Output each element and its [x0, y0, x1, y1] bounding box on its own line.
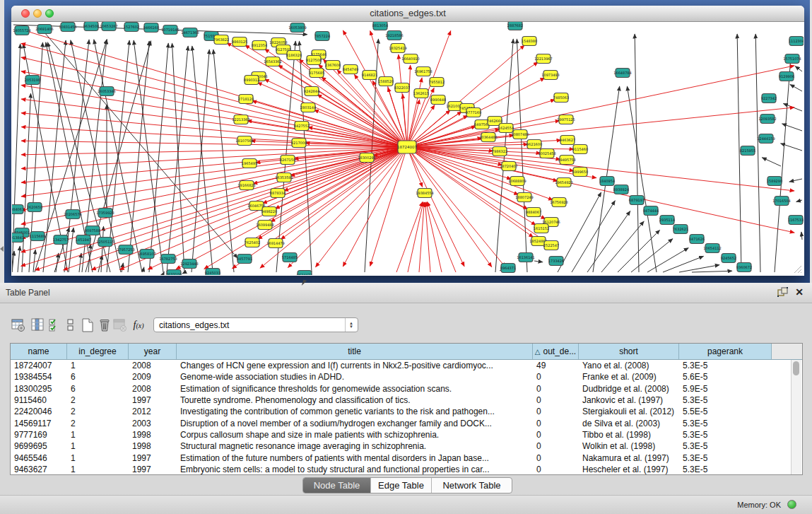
graph-node[interactable]: 8912354 [252, 41, 267, 50]
graph-node[interactable]: 2053190 [25, 76, 40, 85]
table-row[interactable]: 1872400712008Changes of HCN gene express… [11, 360, 802, 371]
graph-node[interactable]: 8186328 [286, 51, 302, 60]
graph-node[interactable]: 1840954 [599, 177, 615, 186]
citation-graph[interactable]: 1405572420691406108314569634508106532871… [12, 22, 804, 275]
table-select-dropdown[interactable]: citations_edges.txt ▲▼ [153, 317, 358, 332]
graph-node[interactable]: 16353591 [275, 173, 293, 182]
graph-node[interactable]: 20206576 [64, 210, 81, 219]
graph-node[interactable]: 12093582 [758, 115, 776, 124]
graph-node[interactable]: 14055724 [13, 26, 30, 35]
graph-node[interactable]: 2522547 [543, 241, 559, 250]
graph-node[interactable]: 8813054 [372, 22, 388, 30]
close-panel-icon[interactable]: ✕ [795, 286, 804, 298]
graph-node[interactable]: 9884067 [526, 208, 541, 217]
graph-node[interactable]: 1112304 [789, 37, 804, 46]
graph-node[interactable]: 9115460 [572, 145, 588, 154]
graph-node[interactable]: 10654112 [703, 244, 721, 253]
column-header-indegree[interactable]: in_degree [67, 344, 129, 359]
graph-node[interactable]: 8427552 [294, 122, 310, 131]
function-builder-icon[interactable]: f(x) [130, 317, 147, 334]
graph-node[interactable]: 16640910 [401, 54, 419, 64]
graph-node[interactable]: 1451947 [76, 235, 91, 245]
graph-node[interactable]: 5716485 [282, 253, 298, 262]
graph-node[interactable]: 14671368 [181, 28, 199, 37]
graph-node[interactable]: 18724007 [397, 141, 417, 153]
graph-node[interactable]: 20364486 [479, 133, 497, 142]
column-header-pagerank[interactable]: pagerank [679, 344, 772, 359]
graph-node[interactable]: 18325419 [389, 44, 406, 53]
graph-node[interactable]: 6879197 [629, 196, 645, 205]
graph-node[interactable]: 16136141 [517, 253, 534, 262]
graph-node[interactable]: 10831456 [59, 23, 76, 32]
graph-node[interactable]: 1342757 [53, 235, 69, 245]
graph-node[interactable]: 2620650 [27, 203, 42, 212]
graph-node[interactable]: 16782753 [159, 255, 177, 264]
table-row[interactable]: 977716911998Corpus callosum shape and si… [11, 429, 802, 440]
graph-node[interactable]: 18720407 [500, 162, 517, 171]
graph-node[interactable]: 7986322 [492, 147, 507, 156]
graph-node[interactable]: 10688809 [508, 177, 526, 186]
graph-node[interactable]: 16756928 [550, 198, 567, 207]
panel-collapse-arrow-icon[interactable] [0, 246, 4, 252]
graph-node[interactable]: 12213967 [534, 54, 552, 64]
select-rows-icon[interactable] [47, 317, 64, 334]
graph-node[interactable]: 2367608 [325, 61, 341, 70]
graph-node[interactable]: 9245033 [205, 269, 220, 276]
graph-node[interactable]: 1624554 [498, 124, 514, 133]
graph-node[interactable]: 7633100 [166, 270, 182, 276]
graph-node[interactable]: 16099488 [256, 221, 273, 230]
delete-table-icon[interactable] [112, 317, 129, 334]
graph-node[interactable]: 7857224 [314, 32, 330, 41]
graph-node[interactable]: 16914479 [266, 239, 284, 248]
graph-node[interactable]: 7963822 [213, 35, 229, 45]
graph-node[interactable]: 10653287 [100, 22, 117, 31]
graph-node[interactable]: 1589290 [767, 177, 782, 186]
graph-node[interactable]: 12213363 [232, 115, 249, 124]
graph-node[interactable]: 1588520 [378, 77, 394, 86]
graph-node[interactable]: 19495758 [558, 156, 575, 165]
graph-node[interactable]: 17957253 [117, 245, 134, 255]
graph-node[interactable]: 9466160 [143, 23, 159, 33]
graph-node[interactable]: 9457791 [237, 255, 252, 264]
graph-node[interactable]: 9860125 [232, 37, 247, 47]
table-row[interactable]: 946554611997Estimation of the future num… [11, 452, 802, 463]
graph-node[interactable]: 9621600 [526, 140, 542, 149]
graph-node[interactable]: 9227342 [761, 94, 777, 103]
graph-node[interactable]: 16053809 [288, 23, 306, 33]
show-columns-icon[interactable] [30, 317, 47, 334]
graph-node[interactable]: 8454749 [343, 65, 358, 74]
graph-node[interactable]: 9146821 [362, 71, 377, 80]
graph-node[interactable]: 18807249 [515, 193, 533, 202]
table-scrollbar[interactable] [791, 360, 801, 474]
graph-node[interactable]: 10973493 [541, 71, 559, 80]
graph-node[interactable]: 6999650 [572, 168, 588, 177]
graph-node[interactable]: 10719145 [161, 25, 179, 35]
graph-node[interactable]: 10025458 [538, 149, 555, 158]
graph-node[interactable]: 9498220 [261, 207, 277, 216]
graph-node[interactable]: 1527602 [124, 23, 139, 32]
graph-node[interactable]: 2718120 [238, 95, 254, 104]
table-row[interactable]: 969969511998Structural magnetic resonanc… [11, 440, 802, 452]
new-table-icon[interactable] [79, 317, 96, 334]
column-header-title[interactable]: title [177, 344, 533, 359]
graph-node[interactable]: 1548380 [522, 37, 537, 46]
graph-node[interactable]: 19975125 [557, 115, 575, 124]
graph-node[interactable]: 20691406 [35, 25, 53, 34]
graph-node[interactable]: 8938924 [613, 185, 629, 194]
graph-node[interactable]: 10807480 [511, 130, 529, 139]
column-header-outde[interactable]: △out_de... [533, 344, 579, 359]
graph-node[interactable]: 12444159 [757, 134, 775, 144]
row-height-icon[interactable] [62, 317, 79, 334]
graph-node[interactable]: 8215955 [740, 146, 755, 156]
table-settings-icon[interactable] [10, 317, 27, 334]
graph-node[interactable]: 9245652 [721, 254, 736, 263]
graph-node[interactable]: 26053346 [98, 87, 115, 96]
graph-node[interactable]: 1167533 [788, 216, 804, 225]
graph-node[interactable]: 1615152 [534, 224, 549, 233]
delete-column-icon[interactable] [96, 317, 113, 334]
float-panel-icon[interactable] [777, 287, 788, 298]
graph-node[interactable]: 1115689 [30, 232, 45, 241]
table-row[interactable]: 1938455462009Genome-wide association stu… [11, 371, 802, 382]
graph-node[interactable]: 8990312 [244, 76, 259, 85]
graph-node[interactable]: 16958107 [138, 250, 155, 259]
